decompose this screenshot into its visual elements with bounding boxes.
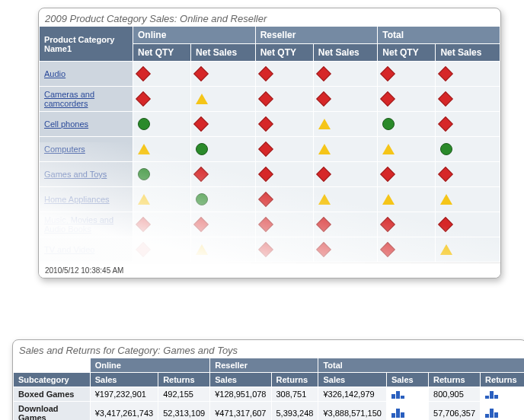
diamond-red-icon: [316, 242, 331, 257]
category-link[interactable]: Games and Toys: [40, 162, 133, 187]
indicator-cell: [191, 187, 256, 212]
value-cell: ¥128,951,078: [210, 387, 271, 402]
indicator-cell: [255, 112, 313, 137]
group-reseller: Reseller: [210, 358, 318, 373]
diamond-red-icon: [380, 91, 395, 107]
diamond-red-icon: [258, 91, 273, 107]
col-sales: Sales: [210, 373, 271, 387]
indicator-cell: [436, 62, 500, 87]
diamond-red-icon: [316, 91, 331, 107]
indicator-cell: [313, 62, 378, 87]
triangle-yellow-icon: [318, 119, 331, 129]
indicator-cell: [191, 112, 256, 137]
table-row: Music, Movies and Audio Books: [40, 212, 500, 237]
triangle-yellow-icon: [318, 144, 331, 154]
diamond-red-icon: [193, 116, 209, 132]
triangle-yellow-icon: [138, 144, 150, 154]
indicator-cell: [436, 237, 500, 262]
report-category-sales: 2009 Product Category Sales: Online and …: [38, 8, 501, 278]
table-row: Computers: [40, 137, 500, 162]
indicator-cell: [436, 212, 500, 237]
indicator-cell: [378, 187, 436, 212]
col-returns: Returns: [158, 373, 210, 387]
group-online: Online: [133, 27, 256, 44]
diamond-red-icon: [136, 91, 151, 107]
category-link[interactable]: Cell phones: [40, 112, 133, 137]
value-cell: ¥197,232,901: [90, 387, 158, 402]
col-total-returns-spark: Returns: [481, 373, 524, 387]
indicator-cell: [133, 237, 191, 262]
sparkline-icon: [485, 409, 499, 418]
indicator-cell: [378, 162, 436, 187]
category-link[interactable]: Audio: [40, 62, 133, 87]
circle-green-icon: [138, 118, 150, 130]
indicator-cell: [255, 237, 313, 262]
triangle-yellow-icon: [196, 94, 208, 104]
report-title: 2009 Product Category Sales: Online and …: [45, 13, 267, 24]
report-title: Sales and Returns for Category: Games an…: [19, 345, 238, 356]
diamond-red-icon: [136, 217, 151, 232]
diamond-red-icon: [439, 167, 454, 182]
category-sales-table: Product Category Name1 Online Reseller T…: [39, 26, 500, 262]
indicator-cell: [255, 212, 313, 237]
diamond-red-icon: [380, 217, 395, 232]
indicator-cell: [313, 212, 378, 237]
col-sales: Sales: [90, 373, 158, 387]
triangle-yellow-icon: [382, 144, 395, 154]
indicator-cell: [133, 137, 191, 162]
diamond-red-icon: [258, 167, 273, 182]
diamond-red-icon: [316, 217, 331, 232]
category-link[interactable]: Computers: [40, 137, 133, 162]
indicator-cell: [436, 187, 500, 212]
circle-green-icon: [382, 118, 395, 130]
col-net-qty: Net QTY: [255, 44, 313, 62]
indicator-cell: [255, 62, 313, 87]
category-link[interactable]: Music, Movies and Audio Books: [40, 212, 133, 237]
diamond-red-icon: [193, 66, 209, 81]
diamond-red-icon: [258, 192, 273, 207]
row-header-label: Product Category Name1: [40, 27, 133, 62]
diamond-red-icon: [136, 66, 151, 81]
diamond-red-icon: [258, 142, 273, 157]
diamond-red-icon: [439, 217, 454, 232]
table-row: Home Appliances: [40, 187, 500, 212]
table-row: Cameras and camcorders: [40, 87, 500, 112]
col-returns: Returns: [271, 373, 318, 387]
diamond-red-icon: [439, 66, 454, 81]
sparkline-cell: [386, 402, 428, 421]
indicator-cell: [436, 162, 500, 187]
diamond-red-icon: [316, 66, 331, 81]
sparkline-icon: [391, 409, 405, 418]
group-total: Total: [378, 27, 500, 44]
indicator-cell: [191, 212, 256, 237]
value-cell: ¥326,142,979: [318, 387, 386, 402]
indicator-cell: [191, 237, 256, 262]
table-row: Boxed Games¥197,232,901492,155¥128,951,0…: [14, 387, 525, 402]
value-cell: 52,313,109: [158, 402, 210, 421]
category-link[interactable]: Home Appliances: [40, 187, 133, 212]
diamond-red-icon: [258, 116, 273, 132]
indicator-cell: [133, 187, 191, 212]
indicator-cell: [133, 87, 191, 112]
indicator-cell: [313, 237, 378, 262]
diamond-red-icon: [380, 66, 395, 81]
triangle-yellow-icon: [382, 194, 395, 205]
diamond-red-icon: [193, 217, 209, 232]
diamond-red-icon: [380, 167, 395, 182]
category-link[interactable]: Cameras and camcorders: [40, 87, 133, 112]
triangle-yellow-icon: [138, 194, 150, 205]
indicator-cell: [378, 137, 436, 162]
diamond-red-icon: [439, 91, 454, 107]
value-cell: 57,706,357: [429, 402, 481, 421]
indicator-cell: [191, 87, 256, 112]
group-reseller: Reseller: [255, 27, 378, 44]
col-net-sales: Net Sales: [436, 44, 500, 62]
sparkline-cell: [481, 387, 524, 402]
circle-green-icon: [196, 143, 208, 155]
indicator-cell: [436, 112, 500, 137]
indicator-cell: [313, 112, 378, 137]
value-cell: ¥3,888,571,150: [318, 402, 386, 421]
category-link[interactable]: TV and Video: [40, 237, 133, 262]
col-net-qty: Net QTY: [133, 44, 191, 62]
col-net-qty: Net QTY: [378, 44, 436, 62]
